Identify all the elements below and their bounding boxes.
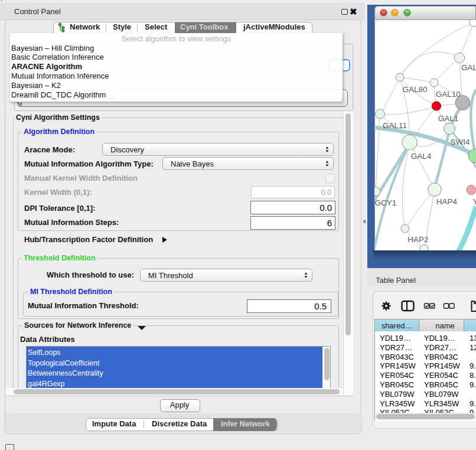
svg-text:GAL4: GAL4 bbox=[411, 152, 432, 161]
svg-text:GAL1: GAL1 bbox=[438, 114, 459, 123]
svg-text:GAL10: GAL10 bbox=[436, 90, 461, 99]
svg-text:GAL11: GAL11 bbox=[383, 121, 407, 130]
svg-text:Y: Y bbox=[473, 197, 476, 206]
svg-text:HAP4: HAP4 bbox=[436, 197, 458, 206]
svg-text:GAL2: GAL2 bbox=[461, 63, 476, 72]
svg-text:SWI4: SWI4 bbox=[450, 138, 470, 146]
svg-text:GAL80: GAL80 bbox=[402, 85, 427, 94]
svg-text:GCY1: GCY1 bbox=[375, 198, 397, 207]
svg-text:HAP2: HAP2 bbox=[407, 235, 428, 244]
